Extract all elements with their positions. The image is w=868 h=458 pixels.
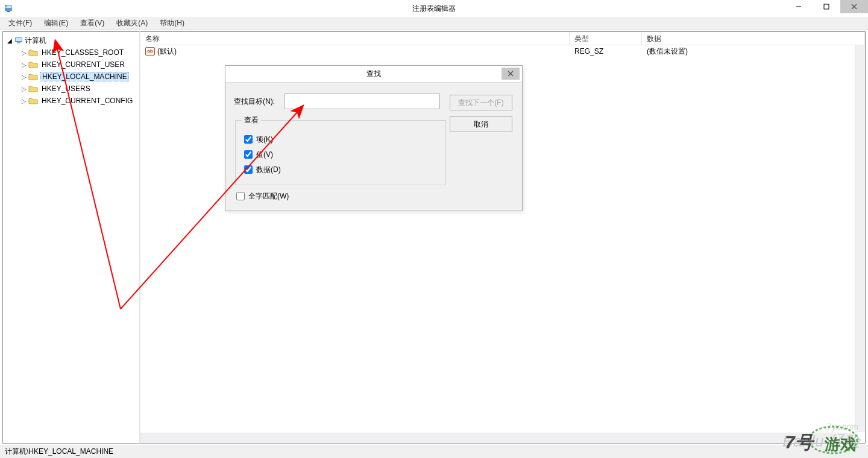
tree-root[interactable]: ◢ 计算机 xyxy=(5,34,139,46)
vertical-scrollbar[interactable] xyxy=(855,45,865,432)
tree-item-label: HKEY_CURRENT_USER xyxy=(40,60,126,69)
menu-file[interactable]: 文件(F) xyxy=(2,17,38,30)
svg-rect-5 xyxy=(824,4,829,9)
chk-whole-word[interactable] xyxy=(236,192,245,200)
close-button[interactable] xyxy=(840,0,868,13)
tree-pane[interactable]: ◢ 计算机 ▷ HKEY_CLASSES_ROOT ▷ xyxy=(2,31,140,444)
tree-item-hku[interactable]: ▷ HKEY_USERS xyxy=(5,83,139,95)
statusbar: 计算机\HKEY_LOCAL_MACHINE xyxy=(0,445,868,458)
folder-icon xyxy=(28,72,38,81)
tree-item-label: HKEY_CURRENT_CONFIG xyxy=(40,97,134,105)
tree-item-hklm[interactable]: ▷ HKEY_LOCAL_MACHINE xyxy=(5,71,139,83)
find-dialog: 查找 查找目标(N): 查看 项(K) 值(V) 数据(D) xyxy=(225,65,523,211)
chk-values[interactable] xyxy=(244,150,253,159)
menu-fav[interactable]: 收藏夹(A) xyxy=(110,17,154,30)
tree-item-label: HKEY_CLASSES_ROOT xyxy=(40,48,125,57)
dialog-title: 查找 xyxy=(366,69,381,79)
value-type: REG_SZ xyxy=(572,47,644,56)
tree-item-hkcr[interactable]: ▷ HKEY_CLASSES_ROOT xyxy=(5,46,139,59)
look-at-group: 查看 项(K) 值(V) 数据(D) xyxy=(235,115,446,185)
chk-data[interactable] xyxy=(244,165,253,174)
menu-help[interactable]: 帮助(H) xyxy=(154,17,190,30)
tree-item-label: HKEY_LOCAL_MACHINE xyxy=(40,72,129,81)
expand-icon[interactable]: ▷ xyxy=(20,86,28,92)
look-at-legend: 查看 xyxy=(242,115,261,126)
col-name[interactable]: 名称 xyxy=(140,32,570,45)
maximize-button[interactable] xyxy=(813,0,840,13)
find-next-button[interactable]: 查找下一个(F) xyxy=(450,95,512,110)
tree-item-hkcc[interactable]: ▷ HKEY_CURRENT_CONFIG xyxy=(5,95,139,107)
menu-edit[interactable]: 编辑(E) xyxy=(38,17,74,30)
reg-string-icon: ab xyxy=(145,47,155,56)
chk-values-label: 值(V) xyxy=(256,150,273,160)
value-name: (默认) xyxy=(157,46,177,57)
computer-icon xyxy=(14,36,24,45)
find-target-input[interactable] xyxy=(285,94,440,109)
chk-whole-label: 全字匹配(W) xyxy=(248,191,289,202)
expand-icon[interactable]: ▷ xyxy=(20,98,28,104)
list-header: 名称 类型 数据 xyxy=(140,32,865,45)
regedit-app-icon xyxy=(4,4,13,13)
menubar: 文件(F) 编辑(E) 查看(V) 收藏夹(A) 帮助(H) xyxy=(0,17,868,30)
folder-icon xyxy=(28,84,38,94)
svg-rect-2 xyxy=(7,11,10,12)
cancel-button[interactable]: 取消 xyxy=(450,116,512,132)
expand-icon[interactable]: ◢ xyxy=(5,37,14,44)
expand-icon[interactable]: ▷ xyxy=(20,74,28,80)
chk-keys[interactable] xyxy=(244,135,253,144)
menu-view[interactable]: 查看(V) xyxy=(74,17,110,30)
list-row[interactable]: ab (默认) REG_SZ (数值未设置) xyxy=(140,45,865,57)
folder-icon xyxy=(28,60,38,69)
find-target-label: 查找目标(N): xyxy=(234,97,285,107)
chk-data-label: 数据(D) xyxy=(256,165,281,175)
dialog-close-button[interactable] xyxy=(502,68,520,80)
col-data[interactable]: 数据 xyxy=(642,32,865,45)
svg-rect-9 xyxy=(16,38,22,41)
value-data: (数值未设置) xyxy=(644,46,863,57)
svg-rect-10 xyxy=(17,42,20,43)
window-title: 注册表编辑器 xyxy=(0,4,868,14)
tree-item-label: HKEY_USERS xyxy=(40,84,92,93)
tree-item-hkcu[interactable]: ▷ HKEY_CURRENT_USER xyxy=(5,59,139,71)
chk-keys-label: 项(K) xyxy=(256,135,273,145)
tree-root-label: 计算机 xyxy=(24,36,48,46)
expand-icon[interactable]: ▷ xyxy=(20,49,28,56)
minimize-button[interactable] xyxy=(785,0,813,13)
folder-icon xyxy=(28,48,38,57)
col-type[interactable]: 类型 xyxy=(570,32,642,45)
folder-icon xyxy=(28,96,38,106)
horizontal-scrollbar[interactable] xyxy=(140,433,855,443)
svg-point-3 xyxy=(5,5,7,7)
expand-icon[interactable]: ▷ xyxy=(20,62,28,68)
titlebar: 注册表编辑器 xyxy=(0,0,868,17)
dialog-titlebar: 查找 xyxy=(225,66,522,83)
